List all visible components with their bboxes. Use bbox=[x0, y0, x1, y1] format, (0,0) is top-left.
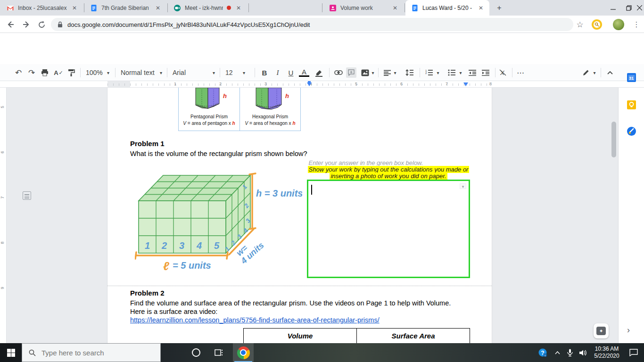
more-toolbar-icon[interactable]: ⋯ bbox=[515, 67, 526, 78]
highlight-color-icon[interactable] bbox=[313, 67, 324, 78]
tab-close-icon[interactable]: ✕ bbox=[71, 5, 78, 11]
vertical-ruler[interactable]: 5 6 7 8 9 bbox=[0, 88, 7, 343]
add-comment-icon[interactable] bbox=[346, 67, 356, 78]
recording-indicator-icon bbox=[227, 6, 231, 10]
clear-formatting-icon[interactable]: X bbox=[497, 67, 509, 78]
browser-menu-icon[interactable]: ⋮ bbox=[631, 19, 642, 30]
browser-tab-strip: Inbox - 25lucasalexander@frps ✕ 7th Grad… bbox=[0, 0, 644, 16]
tab-close-icon[interactable]: ✕ bbox=[154, 5, 162, 11]
font-size-select[interactable]: 12▾ bbox=[223, 67, 247, 78]
bulleted-list-icon[interactable] bbox=[446, 67, 457, 78]
align-icon[interactable] bbox=[382, 67, 392, 78]
indent-marker[interactable] bbox=[307, 82, 312, 86]
chrome-icon bbox=[237, 346, 250, 359]
document-outline-icon[interactable] bbox=[23, 191, 31, 200]
horizontal-ruler[interactable]: 1 2 3 4 5 6 7 8 bbox=[0, 81, 644, 88]
underline-icon[interactable]: U bbox=[286, 67, 296, 78]
tab-active-lucas-ward[interactable]: Lucas Ward - 5/20 - Talbot - Vo ✕ bbox=[405, 0, 489, 16]
caret-icon[interactable]: ▾ bbox=[393, 67, 397, 78]
svg-text:h: h bbox=[223, 92, 227, 99]
styles-select[interactable]: Normal text▾ bbox=[119, 67, 164, 78]
figure-formula: V = area of hexagon x h bbox=[240, 121, 300, 126]
microphone-icon[interactable] bbox=[564, 349, 576, 357]
taskbar-search-box[interactable] bbox=[22, 343, 161, 362]
italic-icon[interactable]: I bbox=[272, 67, 283, 78]
ruler-number: 2 bbox=[219, 82, 222, 86]
docs-header: Lucas Ward - 5/20 - Talbot - Volume ☆ Fi… bbox=[0, 33, 644, 64]
first-line-indent-marker[interactable] bbox=[308, 81, 311, 83]
surface-area-video-link[interactable]: https://learnzillion.com/lesson_plans/57… bbox=[130, 316, 380, 324]
line-spacing-icon[interactable] bbox=[404, 67, 415, 78]
answer-input-box[interactable]: ▾ bbox=[307, 180, 470, 278]
volume-surface-table[interactable]: Volume Surface Area bbox=[243, 328, 470, 343]
numbered-list-icon[interactable]: 12 bbox=[423, 67, 435, 78]
start-button[interactable] bbox=[0, 343, 22, 362]
table-header-surface-area[interactable]: Surface Area bbox=[357, 328, 470, 343]
svg-text:1: 1 bbox=[145, 240, 150, 251]
search-input[interactable] bbox=[41, 349, 145, 357]
new-tab-button[interactable]: + bbox=[494, 3, 504, 13]
hide-side-panel-icon[interactable]: › bbox=[627, 325, 630, 335]
paint-format-icon[interactable] bbox=[66, 67, 76, 78]
window-minimize-button[interactable] bbox=[605, 0, 621, 16]
tab-meet[interactable]: Meet - izk-hwnn-bet ✕ bbox=[168, 0, 247, 16]
reload-button[interactable] bbox=[36, 19, 47, 30]
zoom-select[interactable]: 100%▾ bbox=[84, 67, 111, 78]
cortana-button[interactable] bbox=[186, 343, 206, 362]
back-button[interactable] bbox=[5, 19, 16, 30]
window-close-button[interactable] bbox=[635, 0, 644, 16]
decrease-indent-icon[interactable] bbox=[467, 67, 478, 78]
svg-text:5: 5 bbox=[214, 240, 220, 251]
tab-close-icon[interactable]: ✕ bbox=[391, 5, 399, 11]
problem2-heading: Problem 2 bbox=[130, 289, 165, 297]
insert-image-icon[interactable] bbox=[359, 67, 371, 78]
extension-icon[interactable] bbox=[591, 19, 603, 30]
increase-indent-icon[interactable] bbox=[480, 67, 491, 78]
cell-dropdown-icon[interactable]: ▾ bbox=[460, 183, 466, 189]
editing-mode-pencil-icon[interactable] bbox=[581, 67, 591, 78]
tab-gmail[interactable]: Inbox - 25lucasalexander@frps ✕ bbox=[1, 0, 83, 16]
insert-link-icon[interactable] bbox=[333, 67, 344, 78]
undo-icon[interactable]: ↶ bbox=[13, 67, 24, 78]
explore-button[interactable]: ✦ bbox=[594, 323, 609, 338]
section-divider bbox=[107, 286, 492, 286]
table-header-volume[interactable]: Volume bbox=[243, 328, 357, 343]
tab-close-icon[interactable]: ✕ bbox=[235, 5, 242, 11]
get-help-icon[interactable]: ?i bbox=[535, 348, 551, 357]
figure-caption: Pentagonal Prism bbox=[179, 114, 239, 119]
chrome-taskbar-button[interactable] bbox=[233, 343, 254, 362]
redo-icon[interactable]: ↷ bbox=[26, 67, 37, 78]
task-view-button[interactable] bbox=[208, 343, 229, 362]
calendar-icon[interactable]: 31 bbox=[627, 73, 636, 82]
browser-profile-avatar[interactable] bbox=[613, 19, 624, 30]
tasks-icon[interactable] bbox=[627, 126, 636, 136]
hide-menus-icon[interactable] bbox=[604, 67, 616, 78]
caret-icon[interactable]: ▾ bbox=[436, 67, 440, 78]
tab-volume-work[interactable]: Volume work ✕ bbox=[323, 0, 404, 16]
volume-icon[interactable] bbox=[576, 349, 590, 356]
address-bar[interactable]: docs.google.com/document/d/1FmsPlx_jyNrB… bbox=[51, 18, 573, 31]
show-hidden-icons-button[interactable] bbox=[551, 351, 564, 354]
url-text[interactable]: docs.google.com/document/d/1FmsPlx_jyNrB… bbox=[67, 21, 310, 28]
keep-icon[interactable] bbox=[627, 100, 636, 110]
document-page[interactable]: h Pentagonal Prism V = area of pentagon … bbox=[107, 88, 492, 343]
spellcheck-icon[interactable]: A✓ bbox=[53, 67, 64, 78]
caret-icon[interactable]: ▾ bbox=[371, 67, 375, 78]
forward-button[interactable] bbox=[21, 19, 32, 30]
vertical-scrollbar[interactable] bbox=[611, 122, 616, 157]
action-center-icon[interactable] bbox=[623, 349, 644, 356]
prism-reference-image[interactable]: h Pentagonal Prism V = area of pentagon … bbox=[178, 88, 301, 131]
font-select[interactable]: Arial▾ bbox=[171, 67, 217, 78]
right-indent-marker[interactable] bbox=[463, 82, 468, 86]
tab-docs-siberian[interactable]: 7th Grade Siberian Team - Goo ✕ bbox=[84, 0, 166, 16]
print-icon[interactable] bbox=[40, 67, 50, 78]
bookmark-star-icon[interactable]: ☆ bbox=[574, 19, 586, 30]
text-color-icon[interactable]: A bbox=[299, 68, 309, 77]
bold-icon[interactable]: B bbox=[259, 67, 270, 78]
tab-close-icon[interactable]: ✕ bbox=[477, 5, 485, 11]
caret-icon[interactable]: ▾ bbox=[592, 67, 597, 78]
caret-icon[interactable]: ▾ bbox=[458, 67, 463, 78]
length-var: ℓ bbox=[163, 259, 170, 272]
clock[interactable]: 10:36 AM 5/22/2020 bbox=[590, 346, 623, 360]
svg-text:2: 2 bbox=[425, 72, 427, 74]
